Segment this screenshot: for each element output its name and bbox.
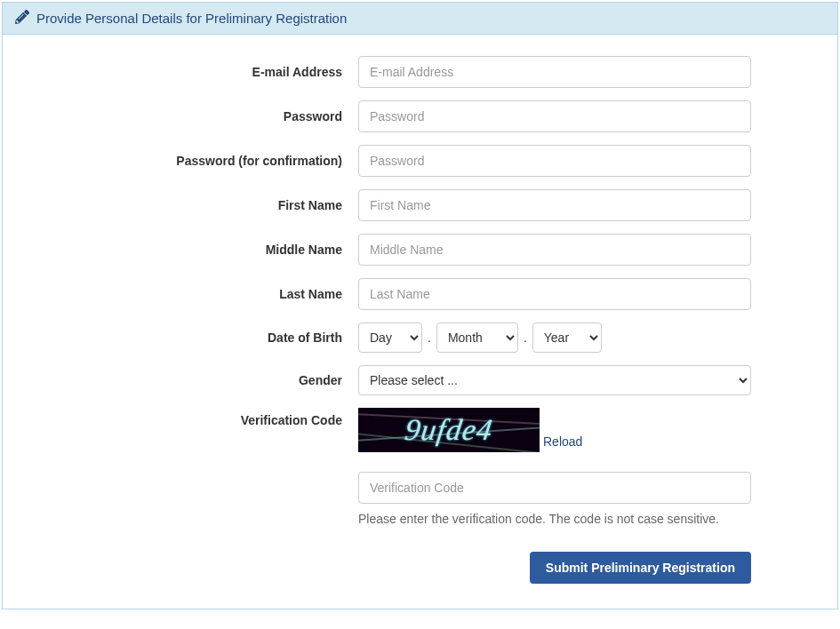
middle-name-field[interactable] xyxy=(358,234,751,266)
first-name-row: First Name xyxy=(38,189,802,221)
password-label: Password xyxy=(38,109,358,123)
dob-year-select[interactable]: Year xyxy=(532,322,602,353)
password-field[interactable] xyxy=(358,100,751,132)
reload-link[interactable]: Reload xyxy=(543,434,582,449)
last-name-row: Last Name xyxy=(38,278,802,310)
dob-separator: . xyxy=(428,330,431,345)
dob-row: Date of Birth Day . Month . Year xyxy=(38,322,802,353)
password-confirm-row: Password (for confirmation) xyxy=(38,145,802,177)
verification-code-field[interactable] xyxy=(358,472,751,504)
middle-name-row: Middle Name xyxy=(38,234,802,266)
email-field[interactable] xyxy=(358,56,751,88)
middle-name-label: Middle Name xyxy=(38,243,358,257)
dob-month-select[interactable]: Month xyxy=(436,322,518,353)
panel-title: Provide Personal Details for Preliminary… xyxy=(36,11,347,26)
dob-day-select[interactable]: Day xyxy=(358,322,422,353)
password-confirm-field[interactable] xyxy=(358,145,751,177)
dob-label: Date of Birth xyxy=(38,330,358,345)
last-name-label: Last Name xyxy=(38,287,358,301)
verification-help-text: Please enter the verification code. The … xyxy=(358,511,751,529)
gender-row: Gender Please select ... xyxy=(38,365,802,395)
last-name-field[interactable] xyxy=(358,278,751,310)
verification-label: Verification Code xyxy=(38,408,358,427)
password-confirm-label: Password (for confirmation) xyxy=(38,154,358,168)
edit-icon xyxy=(15,10,29,27)
first-name-field[interactable] xyxy=(358,189,751,221)
gender-select[interactable]: Please select ... xyxy=(358,365,751,395)
submit-button[interactable]: Submit Preliminary Registration xyxy=(530,552,751,584)
first-name-label: First Name xyxy=(38,198,358,212)
dob-separator: . xyxy=(524,330,527,345)
panel-body: E-mail Address Password Password (for co… xyxy=(3,35,837,609)
password-row: Password xyxy=(38,100,802,132)
panel-header: Provide Personal Details for Preliminary… xyxy=(3,3,837,35)
email-row: E-mail Address xyxy=(38,56,802,88)
gender-label: Gender xyxy=(38,373,358,387)
captcha-text: 9ufde4 xyxy=(403,413,495,447)
registration-panel: Provide Personal Details for Preliminary… xyxy=(2,2,838,609)
captcha-image: 9ufde4 xyxy=(358,408,540,452)
email-label: E-mail Address xyxy=(38,65,358,79)
button-row: Submit Preliminary Registration xyxy=(38,552,751,584)
verification-row: Verification Code 9ufde4 Reload Please e… xyxy=(38,408,802,529)
